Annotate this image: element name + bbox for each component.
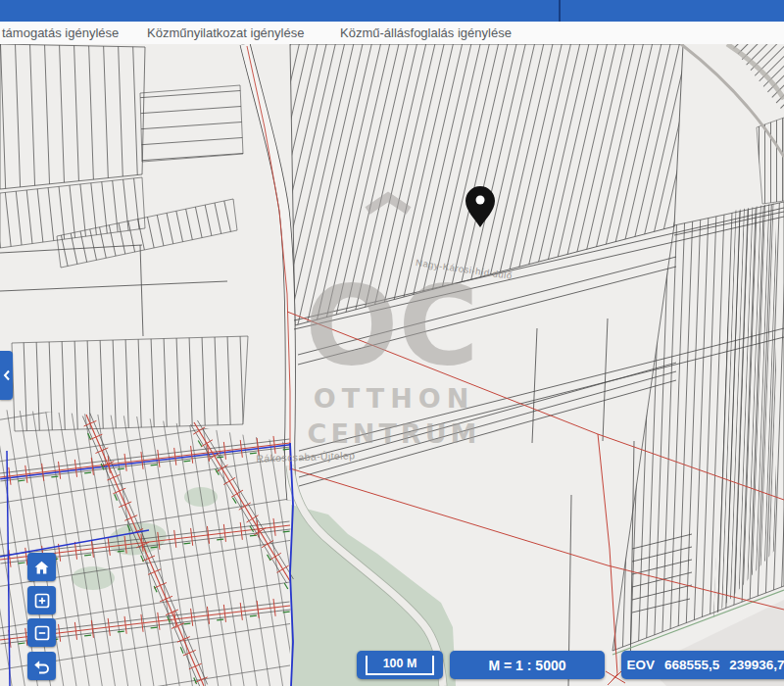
map-scale-ratio-label: M = 1 : 5000 [489, 658, 566, 673]
zoom-out-button[interactable] [27, 618, 56, 647]
sidebar-collapse-button[interactable] [0, 351, 13, 400]
watermark-oc: OC [305, 262, 478, 389]
undo-button[interactable] [27, 652, 56, 680]
menu-item-tamogatas[interactable]: támogatás igénylése [2, 22, 119, 44]
map-scale-ratio: M = 1 : 5000 [450, 651, 605, 679]
coordinate-system-label: EOV [626, 658, 655, 672]
chevron-left-icon [3, 369, 11, 381]
square-minus-icon [34, 625, 50, 641]
coordinate-y: 239936,7 [729, 658, 784, 672]
undo-arrow-icon [33, 659, 50, 674]
watermark-otthon: OTTHON [314, 383, 475, 414]
coordinate-readout: EOV 668555,5 239936,7 [621, 651, 784, 679]
home-button[interactable] [27, 553, 56, 581]
map-canvas[interactable]: Nagy-Károsi-híd dűlő Rákoscsaba-Újtelep … [0, 44, 784, 686]
scale-bar: 100 M [357, 651, 443, 679]
watermark-centrum: CENTRUM [308, 418, 481, 449]
top-bar [0, 0, 784, 22]
home-icon [33, 560, 50, 575]
top-bar-divider [559, 0, 561, 22]
coordinate-x: 668555,5 [664, 658, 719, 672]
scale-bar-label: 100 M [383, 657, 417, 670]
menu-item-kozmu-allasfoglalas[interactable]: Közmű-állásfoglalás igénylése [340, 22, 512, 44]
square-plus-icon [34, 593, 50, 609]
menu-bar: támogatás igénylése Közműnyilatkozat igé… [0, 22, 784, 45]
app-window: támogatás igénylése Közműnyilatkozat igé… [0, 0, 784, 686]
zoom-in-button[interactable] [27, 586, 56, 614]
menu-item-kozmunyilatkozat[interactable]: Közműnyilatkozat igénylése [147, 22, 304, 44]
